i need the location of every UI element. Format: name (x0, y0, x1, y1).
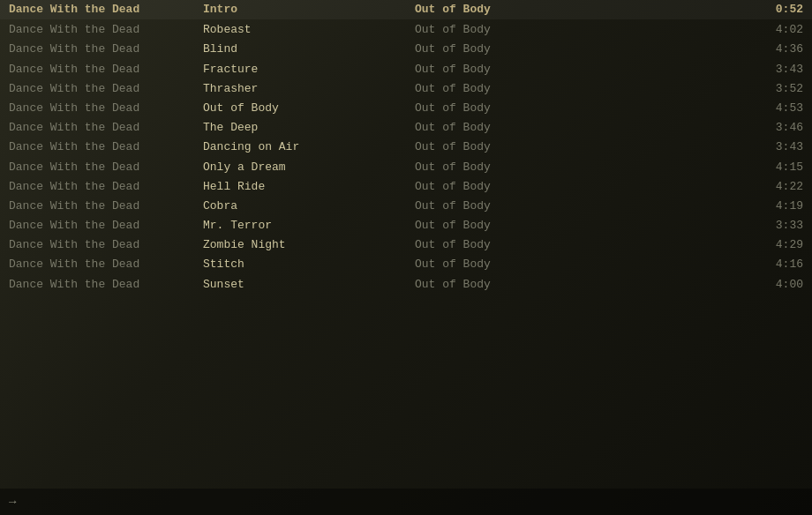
track-title: Fracture (203, 62, 415, 78)
header-title: Intro (203, 2, 415, 18)
track-duration: 3:33 (591, 218, 803, 234)
track-album: Out of Body (415, 22, 591, 38)
table-row[interactable]: Dance With the DeadDancing on AirOut of … (0, 138, 812, 157)
track-album: Out of Body (415, 81, 591, 97)
track-duration: 3:46 (591, 120, 803, 136)
table-row[interactable]: Dance With the DeadRobeastOut of Body4:0… (0, 20, 812, 40)
track-artist: Dance With the Dead (9, 139, 203, 155)
track-artist: Dance With the Dead (9, 237, 203, 253)
table-row[interactable]: Dance With the DeadFractureOut of Body3:… (0, 60, 812, 79)
track-artist: Dance With the Dead (9, 41, 203, 57)
track-duration: 4:19 (591, 198, 803, 214)
track-duration: 3:52 (591, 81, 803, 97)
track-artist: Dance With the Dead (9, 198, 203, 214)
bottom-bar: → (0, 489, 812, 515)
track-album: Out of Body (415, 41, 591, 57)
track-duration: 4:29 (591, 237, 803, 253)
track-album: Out of Body (415, 179, 591, 195)
track-artist: Dance With the Dead (9, 62, 203, 78)
table-row[interactable]: Dance With the DeadOut of BodyOut of Bod… (0, 99, 812, 118)
table-row[interactable]: Dance With the DeadHell RideOut of Body4… (0, 177, 812, 197)
table-row[interactable]: Dance With the DeadThe DeepOut of Body3:… (0, 118, 812, 138)
track-title: Stitch (203, 257, 415, 272)
track-title: Hell Ride (203, 179, 415, 195)
track-artist: Dance With the Dead (9, 179, 203, 195)
track-artist: Dance With the Dead (9, 257, 203, 272)
header-artist: Dance With the Dead (9, 2, 203, 18)
track-album: Out of Body (415, 120, 591, 136)
track-duration: 4:15 (591, 160, 803, 175)
header-album: Out of Body (415, 2, 591, 18)
arrow-icon: → (9, 495, 16, 509)
track-duration: 4:36 (591, 41, 803, 57)
track-album: Out of Body (415, 237, 591, 253)
track-duration: 4:22 (591, 179, 803, 195)
track-artist: Dance With the Dead (9, 81, 203, 97)
track-artist: Dance With the Dead (9, 218, 203, 234)
track-album: Out of Body (415, 101, 591, 116)
table-row[interactable]: Dance With the DeadMr. TerrorOut of Body… (0, 216, 812, 235)
track-title: Dancing on Air (203, 139, 415, 155)
table-row[interactable]: Dance With the DeadZombie NightOut of Bo… (0, 235, 812, 255)
header-duration: 0:52 (591, 2, 803, 18)
track-artist: Dance With the Dead (9, 160, 203, 175)
track-list: Dance With the Dead Intro Out of Body 0:… (0, 0, 812, 295)
track-title: Sunset (203, 277, 415, 293)
track-title: Only a Dream (203, 160, 415, 175)
table-row[interactable]: Dance With the DeadCobraOut of Body4:19 (0, 197, 812, 216)
track-title: Out of Body (203, 101, 415, 116)
track-title: Blind (203, 41, 415, 57)
track-artist: Dance With the Dead (9, 101, 203, 116)
track-duration: 4:02 (591, 22, 803, 38)
track-title: Zombie Night (203, 237, 415, 253)
track-artist: Dance With the Dead (9, 277, 203, 293)
track-duration: 4:16 (591, 257, 803, 272)
track-artist: Dance With the Dead (9, 120, 203, 136)
track-album: Out of Body (415, 218, 591, 234)
track-album: Out of Body (415, 160, 591, 175)
track-list-header: Dance With the Dead Intro Out of Body 0:… (0, 0, 812, 19)
track-title: Robeast (203, 22, 415, 38)
track-duration: 4:53 (591, 101, 803, 116)
track-duration: 3:43 (591, 139, 803, 155)
table-row[interactable]: Dance With the DeadOnly a DreamOut of Bo… (0, 158, 812, 177)
track-artist: Dance With the Dead (9, 22, 203, 38)
track-title: Mr. Terror (203, 218, 415, 234)
table-row[interactable]: Dance With the DeadSunsetOut of Body4:00 (0, 275, 812, 295)
track-album: Out of Body (415, 198, 591, 214)
track-album: Out of Body (415, 62, 591, 78)
table-row[interactable]: Dance With the DeadThrasherOut of Body3:… (0, 79, 812, 99)
track-duration: 4:00 (591, 277, 803, 293)
table-row[interactable]: Dance With the DeadStitchOut of Body4:16 (0, 255, 812, 274)
track-title: The Deep (203, 120, 415, 136)
track-title: Thrasher (203, 81, 415, 97)
track-title: Cobra (203, 198, 415, 214)
track-duration: 3:43 (591, 62, 803, 78)
track-album: Out of Body (415, 257, 591, 272)
table-row[interactable]: Dance With the DeadBlindOut of Body4:36 (0, 40, 812, 59)
track-album: Out of Body (415, 277, 591, 293)
track-album: Out of Body (415, 139, 591, 155)
